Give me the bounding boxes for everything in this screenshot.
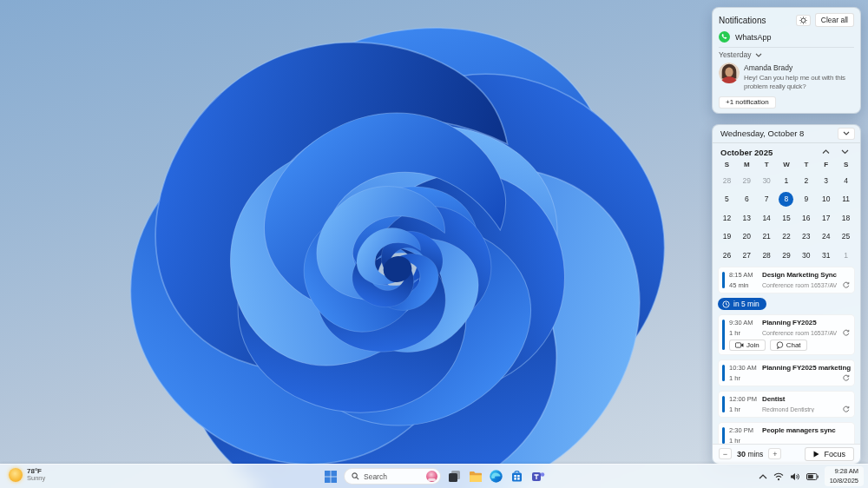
event-location: Conference room 16537/AV	[762, 282, 838, 288]
calendar-date-header: Wednesday, October 8	[720, 129, 804, 138]
chat-icon	[776, 341, 784, 349]
notification-message[interactable]: Amanda Brady Hey! Can you help me out wi…	[719, 63, 854, 92]
calendar-day[interactable]: 9	[796, 189, 816, 208]
focus-button[interactable]: Focus	[805, 447, 854, 461]
calendar-day[interactable]: 24	[816, 227, 836, 246]
focus-duration: 30 mins	[737, 450, 763, 458]
task-view-button[interactable]	[447, 469, 462, 484]
store-button[interactable]	[510, 469, 524, 484]
calendar-day[interactable]: 12	[717, 208, 737, 228]
weekday-label: T	[757, 161, 777, 171]
wifi-icon[interactable]	[773, 472, 784, 481]
agenda-event[interactable]: 8:15 AMDesign Marketing Sync45 minConfer…	[718, 267, 855, 293]
notifications-title: Notifications	[719, 16, 766, 25]
chevron-down-icon[interactable]	[841, 149, 849, 155]
agenda-event[interactable]: 9:30 AMPlanning FY20251 hrConference roo…	[718, 314, 855, 355]
calendar-day[interactable]: 10	[816, 189, 836, 208]
weather-widget[interactable]: 78°F Sunny	[9, 467, 45, 483]
taskbar: 78°F Sunny Search	[0, 464, 868, 488]
calendar-day[interactable]: 15	[777, 208, 797, 228]
folder-icon	[469, 471, 483, 483]
calendar-day[interactable]: 19	[717, 227, 737, 246]
calendar-day[interactable]: 3	[816, 171, 836, 190]
calendar-day[interactable]: 14	[757, 208, 777, 228]
sun-icon	[9, 468, 23, 482]
calendar-day[interactable]: 1	[836, 246, 856, 265]
calendar-day[interactable]: 4	[836, 171, 856, 190]
calendar-day[interactable]: 16	[796, 208, 816, 228]
event-time: 9:30 AM	[729, 319, 759, 326]
increase-duration-button[interactable]: +	[768, 448, 781, 459]
windows-logo-icon	[325, 471, 337, 483]
agenda-event[interactable]: 10:30 AMPlanning FY2025 marketing1 hr	[718, 359, 855, 386]
event-duration: 1 hr	[729, 437, 759, 444]
calendar-day[interactable]: 6	[737, 189, 757, 208]
search-highlight-icon	[426, 471, 437, 482]
agenda-event[interactable]: 2:30 PMPeople managers sync1 hr	[718, 422, 855, 444]
start-button[interactable]	[323, 469, 338, 484]
task-view-icon	[448, 470, 461, 483]
notification-app-name: WhatsApp	[735, 33, 772, 42]
calendar-day[interactable]: 1	[777, 171, 797, 190]
clear-all-button[interactable]: Clear all	[815, 13, 854, 27]
event-time: 8:15 AM	[729, 271, 759, 279]
edge-button[interactable]	[489, 469, 503, 484]
chevron-up-icon[interactable]	[822, 149, 830, 155]
decrease-duration-button[interactable]: −	[719, 448, 732, 459]
calendar-day[interactable]: 2	[796, 171, 816, 190]
search-input[interactable]: Search	[344, 468, 441, 485]
notification-settings-button[interactable]	[796, 15, 811, 26]
calendar-day[interactable]: 18	[836, 208, 856, 228]
whatsapp-icon	[719, 31, 730, 43]
chevron-down-icon	[755, 53, 762, 57]
group-label: Yesterday	[719, 50, 752, 59]
edge-icon	[490, 470, 503, 483]
more-notifications-button[interactable]: +1 notification	[719, 96, 776, 109]
clock-widget[interactable]: 9:28 AM 10/8/2025	[825, 466, 864, 485]
calendar-day[interactable]: 28	[757, 246, 777, 265]
file-explorer-button[interactable]	[468, 469, 483, 484]
weekday-row: SMTWTFS	[713, 158, 860, 171]
calendar-day[interactable]: 21	[757, 227, 777, 246]
calendar-day[interactable]: 27	[737, 246, 757, 265]
notifications-panel: Notifications Clear all WhatsApp Yesterd…	[712, 7, 861, 114]
calendar-grid: 2829301234567891011121314151617181920212…	[713, 171, 860, 265]
reminder-pill[interactable]: in 5 min	[718, 298, 766, 310]
notification-group[interactable]: Yesterday	[719, 50, 854, 59]
volume-icon[interactable]	[790, 472, 800, 481]
desktop: Notifications Clear all WhatsApp Yesterd…	[0, 0, 868, 488]
calendar-day[interactable]: 20	[737, 227, 757, 246]
calendar-day[interactable]: 5	[717, 189, 737, 208]
teams-icon	[531, 470, 545, 483]
calendar-day-selected[interactable]: 8	[777, 189, 797, 208]
calendar-day[interactable]: 30	[796, 246, 816, 265]
calendar-week-row: 567891011	[717, 189, 856, 208]
teams-button[interactable]	[530, 469, 545, 484]
recurring-icon	[842, 281, 850, 289]
calendar-day[interactable]: 17	[816, 208, 836, 228]
event-location: Redmond Dentistry	[762, 406, 838, 412]
calendar-day[interactable]: 28	[717, 171, 737, 190]
calendar-day[interactable]: 29	[777, 246, 797, 265]
notification-center: Notifications Clear all WhatsApp Yesterd…	[712, 7, 861, 465]
calendar-day[interactable]: 29	[737, 171, 757, 190]
calendar-day[interactable]: 26	[717, 246, 737, 265]
calendar-day[interactable]: 13	[737, 208, 757, 228]
weather-condition: Sunny	[27, 475, 45, 483]
agenda-event[interactable]: 12:00 PMDentist1 hrRedmond Dentistry	[718, 391, 855, 418]
agenda-list: 8:15 AMDesign Marketing Sync45 minConfer…	[713, 264, 860, 444]
calendar-day[interactable]: 22	[777, 227, 797, 246]
calendar-day[interactable]: 7	[757, 189, 777, 208]
calendar-day[interactable]: 23	[796, 227, 816, 246]
calendar-day[interactable]: 30	[757, 171, 777, 190]
calendar-day[interactable]: 31	[816, 246, 836, 265]
event-duration: 1 hr	[729, 374, 759, 382]
chat-button[interactable]: Chat	[770, 340, 807, 351]
battery-icon[interactable]	[806, 473, 819, 480]
hidden-icons-chevron[interactable]	[759, 474, 767, 479]
collapse-calendar-button[interactable]	[838, 128, 855, 140]
calendar-day[interactable]: 25	[836, 227, 856, 246]
calendar-day[interactable]: 11	[836, 189, 856, 208]
weekday-label: T	[796, 161, 816, 171]
join-button[interactable]: Join	[729, 340, 766, 351]
